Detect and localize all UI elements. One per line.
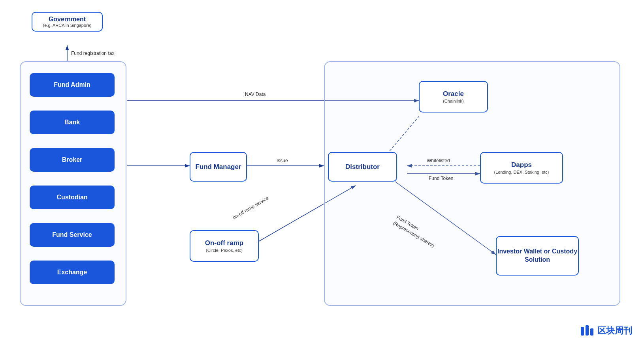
distributor-box: Distributor [328, 152, 397, 182]
watermark-icon [580, 324, 594, 338]
watermark: 区块周刊 [580, 324, 632, 338]
fund-registration-tax-label: Fund registration tax [71, 51, 114, 56]
fund-admin-btn: Fund Admin [30, 73, 115, 97]
fund-manager-box: Fund Manager [190, 152, 247, 182]
exchange-btn: Exchange [30, 261, 115, 284]
oracle-box: Oracle (Chainlink) [419, 81, 488, 112]
government-title: Government [37, 16, 97, 23]
whitelisted-label: Whitelisted [427, 158, 450, 163]
watermark-text: 区块周刊 [597, 325, 632, 337]
fund-service-btn: Fund Service [30, 223, 115, 247]
government-subtitle: (e.g. ARCA in Singapore) [37, 23, 97, 28]
on-off-ramp-service-label: on-off ramp service [232, 195, 270, 220]
bank-btn: Bank [30, 111, 115, 134]
dapps-box: Dapps (Lending, DEX, Staking, etc) [480, 152, 563, 184]
on-off-ramp-box: On-off ramp (Circle, Paxos, etc) [190, 230, 259, 262]
issue-label: Issue [277, 158, 288, 163]
broker-btn: Broker [30, 148, 115, 172]
investor-wallet-box: Investor Wallet or Custody Solution [496, 236, 579, 276]
diagram-container: Government (e.g. ARCA in Singapore) Fund… [0, 0, 644, 345]
fund-token-label: Fund Token [429, 176, 454, 181]
svg-rect-13 [586, 325, 589, 336]
government-box: Government (e.g. ARCA in Singapore) [32, 12, 103, 32]
svg-rect-14 [590, 328, 593, 336]
svg-rect-12 [581, 327, 584, 336]
nav-data-label: NAV Data [245, 92, 266, 97]
custodian-btn: Custodian [30, 186, 115, 209]
